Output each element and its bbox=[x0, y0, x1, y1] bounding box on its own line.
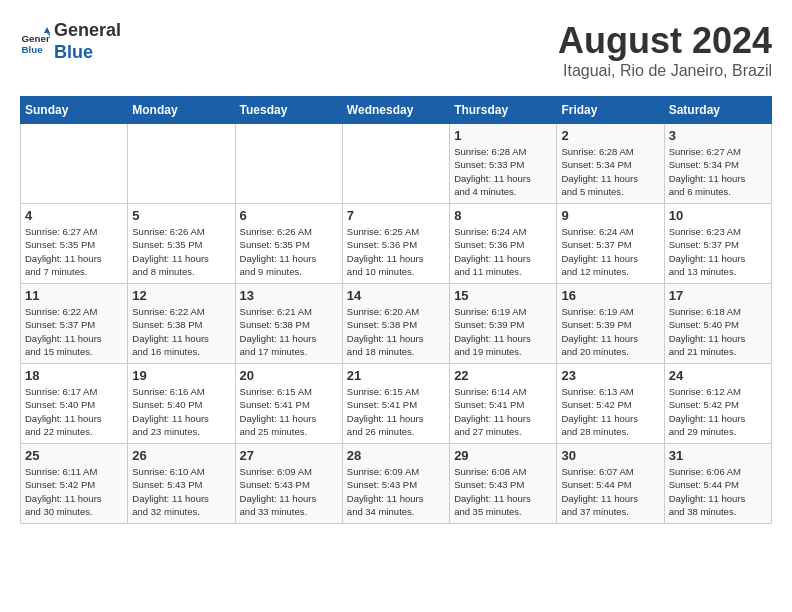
week-row-2: 4Sunrise: 6:27 AM Sunset: 5:35 PM Daylig… bbox=[21, 204, 772, 284]
calendar-cell: 2Sunrise: 6:28 AM Sunset: 5:34 PM Daylig… bbox=[557, 124, 664, 204]
day-number: 20 bbox=[240, 368, 338, 383]
day-number: 30 bbox=[561, 448, 659, 463]
day-number: 24 bbox=[669, 368, 767, 383]
calendar-cell: 23Sunrise: 6:13 AM Sunset: 5:42 PM Dayli… bbox=[557, 364, 664, 444]
calendar-cell: 4Sunrise: 6:27 AM Sunset: 5:35 PM Daylig… bbox=[21, 204, 128, 284]
day-number: 5 bbox=[132, 208, 230, 223]
day-number: 29 bbox=[454, 448, 552, 463]
day-number: 19 bbox=[132, 368, 230, 383]
calendar-cell bbox=[21, 124, 128, 204]
calendar-cell: 19Sunrise: 6:16 AM Sunset: 5:40 PM Dayli… bbox=[128, 364, 235, 444]
calendar-cell: 6Sunrise: 6:26 AM Sunset: 5:35 PM Daylig… bbox=[235, 204, 342, 284]
day-number: 17 bbox=[669, 288, 767, 303]
week-row-1: 1Sunrise: 6:28 AM Sunset: 5:33 PM Daylig… bbox=[21, 124, 772, 204]
week-row-3: 11Sunrise: 6:22 AM Sunset: 5:37 PM Dayli… bbox=[21, 284, 772, 364]
weekday-header-row: SundayMondayTuesdayWednesdayThursdayFrid… bbox=[21, 97, 772, 124]
calendar-cell: 20Sunrise: 6:15 AM Sunset: 5:41 PM Dayli… bbox=[235, 364, 342, 444]
day-number: 21 bbox=[347, 368, 445, 383]
calendar-cell: 8Sunrise: 6:24 AM Sunset: 5:36 PM Daylig… bbox=[450, 204, 557, 284]
calendar-table: SundayMondayTuesdayWednesdayThursdayFrid… bbox=[20, 96, 772, 524]
weekday-header-friday: Friday bbox=[557, 97, 664, 124]
weekday-header-thursday: Thursday bbox=[450, 97, 557, 124]
svg-text:General: General bbox=[22, 33, 51, 44]
day-number: 16 bbox=[561, 288, 659, 303]
day-number: 27 bbox=[240, 448, 338, 463]
day-info: Sunrise: 6:08 AM Sunset: 5:43 PM Dayligh… bbox=[454, 465, 552, 518]
day-info: Sunrise: 6:22 AM Sunset: 5:38 PM Dayligh… bbox=[132, 305, 230, 358]
day-info: Sunrise: 6:24 AM Sunset: 5:37 PM Dayligh… bbox=[561, 225, 659, 278]
week-row-4: 18Sunrise: 6:17 AM Sunset: 5:40 PM Dayli… bbox=[21, 364, 772, 444]
calendar-cell: 18Sunrise: 6:17 AM Sunset: 5:40 PM Dayli… bbox=[21, 364, 128, 444]
calendar-cell bbox=[342, 124, 449, 204]
day-info: Sunrise: 6:18 AM Sunset: 5:40 PM Dayligh… bbox=[669, 305, 767, 358]
location: Itaguai, Rio de Janeiro, Brazil bbox=[558, 62, 772, 80]
day-info: Sunrise: 6:25 AM Sunset: 5:36 PM Dayligh… bbox=[347, 225, 445, 278]
day-info: Sunrise: 6:11 AM Sunset: 5:42 PM Dayligh… bbox=[25, 465, 123, 518]
day-info: Sunrise: 6:23 AM Sunset: 5:37 PM Dayligh… bbox=[669, 225, 767, 278]
week-row-5: 25Sunrise: 6:11 AM Sunset: 5:42 PM Dayli… bbox=[21, 444, 772, 524]
calendar-cell: 12Sunrise: 6:22 AM Sunset: 5:38 PM Dayli… bbox=[128, 284, 235, 364]
day-info: Sunrise: 6:27 AM Sunset: 5:35 PM Dayligh… bbox=[25, 225, 123, 278]
title-block: August 2024 Itaguai, Rio de Janeiro, Bra… bbox=[558, 20, 772, 80]
calendar-cell: 13Sunrise: 6:21 AM Sunset: 5:38 PM Dayli… bbox=[235, 284, 342, 364]
calendar-cell: 17Sunrise: 6:18 AM Sunset: 5:40 PM Dayli… bbox=[664, 284, 771, 364]
logo-text: General Blue bbox=[54, 20, 121, 63]
calendar-cell: 7Sunrise: 6:25 AM Sunset: 5:36 PM Daylig… bbox=[342, 204, 449, 284]
calendar-cell: 16Sunrise: 6:19 AM Sunset: 5:39 PM Dayli… bbox=[557, 284, 664, 364]
day-info: Sunrise: 6:20 AM Sunset: 5:38 PM Dayligh… bbox=[347, 305, 445, 358]
day-number: 14 bbox=[347, 288, 445, 303]
day-info: Sunrise: 6:15 AM Sunset: 5:41 PM Dayligh… bbox=[240, 385, 338, 438]
day-number: 10 bbox=[669, 208, 767, 223]
day-info: Sunrise: 6:15 AM Sunset: 5:41 PM Dayligh… bbox=[347, 385, 445, 438]
day-number: 3 bbox=[669, 128, 767, 143]
calendar-cell bbox=[235, 124, 342, 204]
day-info: Sunrise: 6:09 AM Sunset: 5:43 PM Dayligh… bbox=[240, 465, 338, 518]
calendar-cell bbox=[128, 124, 235, 204]
month-year: August 2024 bbox=[558, 20, 772, 62]
calendar-cell: 3Sunrise: 6:27 AM Sunset: 5:34 PM Daylig… bbox=[664, 124, 771, 204]
day-info: Sunrise: 6:10 AM Sunset: 5:43 PM Dayligh… bbox=[132, 465, 230, 518]
calendar-cell: 29Sunrise: 6:08 AM Sunset: 5:43 PM Dayli… bbox=[450, 444, 557, 524]
day-info: Sunrise: 6:06 AM Sunset: 5:44 PM Dayligh… bbox=[669, 465, 767, 518]
day-number: 26 bbox=[132, 448, 230, 463]
day-info: Sunrise: 6:09 AM Sunset: 5:43 PM Dayligh… bbox=[347, 465, 445, 518]
calendar-cell: 25Sunrise: 6:11 AM Sunset: 5:42 PM Dayli… bbox=[21, 444, 128, 524]
day-info: Sunrise: 6:28 AM Sunset: 5:34 PM Dayligh… bbox=[561, 145, 659, 198]
calendar-cell: 22Sunrise: 6:14 AM Sunset: 5:41 PM Dayli… bbox=[450, 364, 557, 444]
day-number: 7 bbox=[347, 208, 445, 223]
calendar-cell: 31Sunrise: 6:06 AM Sunset: 5:44 PM Dayli… bbox=[664, 444, 771, 524]
svg-text:Blue: Blue bbox=[22, 43, 44, 54]
day-info: Sunrise: 6:13 AM Sunset: 5:42 PM Dayligh… bbox=[561, 385, 659, 438]
day-number: 18 bbox=[25, 368, 123, 383]
logo-icon: General Blue bbox=[20, 27, 50, 57]
day-number: 22 bbox=[454, 368, 552, 383]
calendar-cell: 14Sunrise: 6:20 AM Sunset: 5:38 PM Dayli… bbox=[342, 284, 449, 364]
weekday-header-monday: Monday bbox=[128, 97, 235, 124]
day-number: 13 bbox=[240, 288, 338, 303]
day-info: Sunrise: 6:17 AM Sunset: 5:40 PM Dayligh… bbox=[25, 385, 123, 438]
calendar-cell: 28Sunrise: 6:09 AM Sunset: 5:43 PM Dayli… bbox=[342, 444, 449, 524]
day-info: Sunrise: 6:12 AM Sunset: 5:42 PM Dayligh… bbox=[669, 385, 767, 438]
page-header: General Blue General Blue August 2024 It… bbox=[20, 20, 772, 80]
day-number: 1 bbox=[454, 128, 552, 143]
weekday-header-sunday: Sunday bbox=[21, 97, 128, 124]
day-number: 9 bbox=[561, 208, 659, 223]
day-number: 11 bbox=[25, 288, 123, 303]
calendar-cell: 1Sunrise: 6:28 AM Sunset: 5:33 PM Daylig… bbox=[450, 124, 557, 204]
weekday-header-saturday: Saturday bbox=[664, 97, 771, 124]
day-number: 12 bbox=[132, 288, 230, 303]
day-number: 25 bbox=[25, 448, 123, 463]
day-info: Sunrise: 6:21 AM Sunset: 5:38 PM Dayligh… bbox=[240, 305, 338, 358]
day-info: Sunrise: 6:27 AM Sunset: 5:34 PM Dayligh… bbox=[669, 145, 767, 198]
day-number: 28 bbox=[347, 448, 445, 463]
calendar-cell: 24Sunrise: 6:12 AM Sunset: 5:42 PM Dayli… bbox=[664, 364, 771, 444]
calendar-cell: 10Sunrise: 6:23 AM Sunset: 5:37 PM Dayli… bbox=[664, 204, 771, 284]
day-number: 8 bbox=[454, 208, 552, 223]
calendar-cell: 5Sunrise: 6:26 AM Sunset: 5:35 PM Daylig… bbox=[128, 204, 235, 284]
calendar-cell: 9Sunrise: 6:24 AM Sunset: 5:37 PM Daylig… bbox=[557, 204, 664, 284]
svg-marker-2 bbox=[44, 27, 50, 33]
calendar-cell: 21Sunrise: 6:15 AM Sunset: 5:41 PM Dayli… bbox=[342, 364, 449, 444]
day-info: Sunrise: 6:14 AM Sunset: 5:41 PM Dayligh… bbox=[454, 385, 552, 438]
day-info: Sunrise: 6:26 AM Sunset: 5:35 PM Dayligh… bbox=[132, 225, 230, 278]
day-number: 31 bbox=[669, 448, 767, 463]
